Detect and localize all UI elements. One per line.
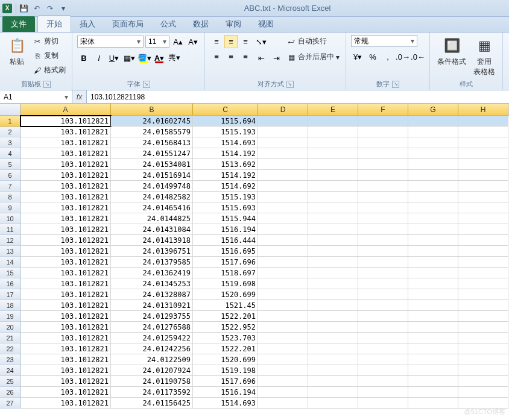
cell-B14[interactable]: 24.01379585 (111, 257, 193, 268)
cell-E10[interactable] (308, 213, 358, 224)
cell-B11[interactable]: 24.01431084 (111, 224, 193, 235)
cell-G19[interactable] (408, 311, 458, 322)
col-header-G[interactable]: G (408, 104, 458, 115)
cell-F19[interactable] (358, 311, 408, 322)
cell-E22[interactable] (308, 343, 358, 354)
cell-C15[interactable]: 1518.697 (193, 268, 258, 278)
percent-button[interactable]: % (366, 50, 379, 63)
cell-H11[interactable] (458, 224, 508, 235)
cell-D9[interactable] (258, 202, 308, 213)
row-header-27[interactable]: 27 (0, 398, 21, 409)
row-header-22[interactable]: 22 (0, 343, 21, 354)
cell-E8[interactable] (308, 192, 358, 202)
number-launcher[interactable]: ↘ (392, 81, 399, 88)
cell-F7[interactable] (358, 181, 408, 192)
cell-H2[interactable] (458, 127, 508, 137)
cell-B15[interactable]: 24.01362419 (111, 268, 193, 278)
row-header-4[interactable]: 4 (0, 148, 21, 159)
align-bottom-button[interactable]: ≡ (239, 35, 252, 48)
cell-C17[interactable]: 1520.699 (193, 289, 258, 300)
align-left-button[interactable]: ≡ (210, 49, 223, 63)
cell-E14[interactable] (308, 257, 358, 268)
cell-E21[interactable] (308, 333, 358, 343)
cell-B23[interactable]: 24.0122509 (111, 354, 193, 365)
row-header-19[interactable]: 19 (0, 311, 21, 322)
cell-D19[interactable] (258, 311, 308, 322)
cell-F3[interactable] (358, 137, 408, 148)
cell-A23[interactable]: 103.1012821 (21, 354, 111, 365)
cell-C2[interactable]: 1515.193 (193, 127, 258, 137)
cell-F21[interactable] (358, 333, 408, 343)
cell-E23[interactable] (308, 354, 358, 365)
cell-G4[interactable] (408, 148, 458, 159)
cell-E1[interactable] (308, 116, 358, 127)
row-header-16[interactable]: 16 (0, 278, 21, 289)
cell-F15[interactable] (358, 268, 408, 278)
cell-G22[interactable] (408, 343, 458, 354)
cell-G15[interactable] (408, 268, 458, 278)
number-format-select[interactable]: 常规▾ (351, 35, 417, 47)
row-header-24[interactable]: 24 (0, 365, 21, 376)
cut-button[interactable]: ✂剪切 (31, 35, 67, 48)
tab-home[interactable]: 开始 (37, 15, 71, 32)
cell-E12[interactable] (308, 235, 358, 246)
cell-E24[interactable] (308, 365, 358, 376)
cell-F10[interactable] (358, 213, 408, 224)
row-header-9[interactable]: 9 (0, 202, 21, 213)
cell-A7[interactable]: 103.1012821 (21, 181, 111, 192)
underline-button[interactable]: U▾ (107, 51, 121, 64)
cell-G7[interactable] (408, 181, 458, 192)
cell-B22[interactable]: 24.01242256 (111, 343, 193, 354)
cell-D3[interactable] (258, 137, 308, 148)
cell-H24[interactable] (458, 365, 508, 376)
cell-F27[interactable] (358, 398, 408, 409)
cell-A9[interactable]: 103.1012821 (21, 202, 111, 213)
cell-A10[interactable]: 103.1012821 (21, 213, 111, 224)
cell-D20[interactable] (258, 322, 308, 333)
cell-D10[interactable] (258, 213, 308, 224)
cell-E4[interactable] (308, 148, 358, 159)
cell-H13[interactable] (458, 246, 508, 257)
decrease-decimal-button[interactable]: .0← (411, 50, 425, 63)
cell-A3[interactable]: 103.1012821 (21, 137, 111, 148)
col-header-H[interactable]: H (458, 104, 508, 115)
cell-F25[interactable] (358, 376, 408, 387)
cell-G20[interactable] (408, 322, 458, 333)
cell-A2[interactable]: 103.1012821 (21, 127, 111, 137)
cell-B10[interactable]: 24.0144825 (111, 213, 193, 224)
cell-D27[interactable] (258, 398, 308, 409)
cell-B3[interactable]: 24.01568413 (111, 137, 193, 148)
cell-B6[interactable]: 24.01516914 (111, 170, 193, 181)
cell-D26[interactable] (258, 387, 308, 398)
cell-F22[interactable] (358, 343, 408, 354)
cell-C12[interactable]: 1516.444 (193, 235, 258, 246)
col-header-C[interactable]: C (193, 104, 258, 115)
cell-H5[interactable] (458, 159, 508, 170)
cell-A14[interactable]: 103.1012821 (21, 257, 111, 268)
cell-G18[interactable] (408, 300, 458, 311)
increase-decimal-button[interactable]: .0→ (396, 50, 409, 63)
cell-H14[interactable] (458, 257, 508, 268)
cell-H7[interactable] (458, 181, 508, 192)
cell-F14[interactable] (358, 257, 408, 268)
cell-B18[interactable]: 24.01310921 (111, 300, 193, 311)
row-header-12[interactable]: 12 (0, 235, 21, 246)
cell-A15[interactable]: 103.1012821 (21, 268, 111, 278)
cell-G5[interactable] (408, 159, 458, 170)
cell-B2[interactable]: 24.01585579 (111, 127, 193, 137)
cell-C7[interactable]: 1514.692 (193, 181, 258, 192)
cell-E9[interactable] (308, 202, 358, 213)
row-header-1[interactable]: 1 (0, 116, 21, 127)
row-header-20[interactable]: 20 (0, 322, 21, 333)
cell-C10[interactable]: 1515.944 (193, 213, 258, 224)
copy-button[interactable]: ⎘复制 (31, 49, 67, 62)
cell-A24[interactable]: 103.1012821 (21, 365, 111, 376)
indent-increase-button[interactable]: ⇥ (270, 51, 283, 64)
row-header-8[interactable]: 8 (0, 192, 21, 202)
cell-A20[interactable]: 103.1012821 (21, 322, 111, 333)
cell-A4[interactable]: 103.1012821 (21, 148, 111, 159)
clipboard-launcher[interactable]: ↘ (43, 81, 51, 88)
cell-B19[interactable]: 24.01293755 (111, 311, 193, 322)
cell-C18[interactable]: 1521.45 (193, 300, 258, 311)
row-header-26[interactable]: 26 (0, 387, 21, 398)
